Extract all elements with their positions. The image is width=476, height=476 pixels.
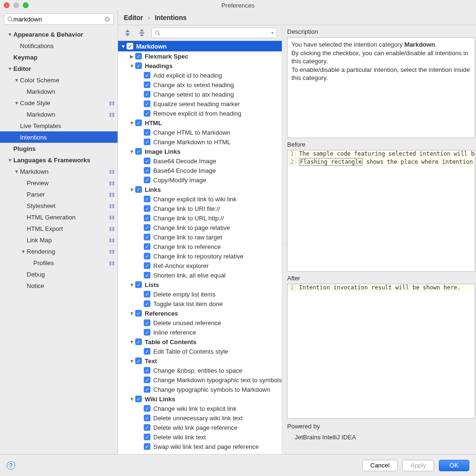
checkbox-checked[interactable]: ✓ xyxy=(144,177,150,183)
intention-item[interactable]: ✓Change link to URI file:// xyxy=(118,204,282,213)
intention-item[interactable]: ✓Change HTML to Markdown xyxy=(118,128,282,137)
sidebar-item-notice[interactable]: Notice xyxy=(0,280,118,291)
intention-group[interactable]: ▼✓Image Links xyxy=(118,147,282,156)
sidebar-item-link-map[interactable]: Link Map▮▮ xyxy=(0,234,118,246)
checkbox-checked[interactable]: ✓ xyxy=(144,291,150,298)
intention-item[interactable]: ✓Change link to page relative xyxy=(118,223,282,232)
checkbox-checked[interactable]: ✓ xyxy=(135,310,142,317)
checkbox-checked[interactable]: ✓ xyxy=(135,186,142,193)
checkbox-checked[interactable]: ✓ xyxy=(144,348,150,355)
checkbox-checked[interactable]: ✓ xyxy=(144,167,150,174)
intention-item[interactable]: ✓Base64 Encode Image xyxy=(118,166,282,175)
sidebar-item-live-templates[interactable]: Live Templates xyxy=(0,120,118,131)
checkbox-checked[interactable]: ✓ xyxy=(135,396,142,402)
sidebar-item-html-export[interactable]: HTML Export▮▮ xyxy=(0,223,118,234)
intention-item[interactable]: ✓Inline reference xyxy=(118,327,282,337)
sidebar-item-code-style[interactable]: ▼Code Style▮▮ xyxy=(0,97,118,109)
sidebar-item-plugins[interactable]: Plugins xyxy=(0,143,118,154)
intention-item[interactable]: ✓Base64 Decode Image xyxy=(118,156,282,166)
sidebar-item-preview[interactable]: Preview▮▮ xyxy=(0,177,118,188)
intention-item[interactable]: ✓Change link to raw target xyxy=(118,232,282,242)
checkbox-checked[interactable]: ✓ xyxy=(144,415,150,421)
sidebar-item-color-scheme[interactable]: ▼Color Scheme xyxy=(0,74,118,86)
cancel-button[interactable]: Cancel xyxy=(362,460,397,471)
sidebar-item-appearance-behavior[interactable]: ▼Appearance & Behavior xyxy=(0,29,118,40)
intention-item[interactable]: ✓Copy/Modify image xyxy=(118,175,282,185)
intention-item[interactable]: ✓Toggle task list item done xyxy=(118,299,282,308)
sidebar-item-parser[interactable]: Parser▮▮ xyxy=(0,188,118,200)
checkbox-checked[interactable]: ✓ xyxy=(144,215,150,221)
intention-item[interactable]: ✓Change Markdown typographic text to sym… xyxy=(118,375,282,385)
intention-item[interactable]: ✓Change setext to atx heading xyxy=(118,89,282,99)
checkbox-checked[interactable]: ✓ xyxy=(135,119,142,126)
checkbox-checked[interactable]: ✓ xyxy=(135,148,142,155)
checkbox-checked[interactable]: ✓ xyxy=(144,234,150,240)
checkbox-checked[interactable]: ✓ xyxy=(144,377,150,383)
collapse-all-icon[interactable] xyxy=(137,28,147,38)
sidebar-item-rendering[interactable]: ▼Rendering▮▮ xyxy=(0,246,118,257)
checkbox-checked[interactable]: ✓ xyxy=(144,81,150,88)
sidebar-item-stylesheet[interactable]: Stylesheet▮▮ xyxy=(0,200,118,211)
sidebar-item-notifications[interactable]: Notifications xyxy=(0,40,118,51)
checkbox-checked[interactable]: ✓ xyxy=(144,72,150,79)
checkbox-checked[interactable]: ✓ xyxy=(144,272,150,278)
intention-item[interactable]: ✓Change link to repository relative xyxy=(118,251,282,261)
intentions-search[interactable]: ▾ xyxy=(151,28,277,38)
intention-item[interactable]: ✓Change Markdown to HTML xyxy=(118,137,282,147)
checkbox-checked[interactable]: ✓ xyxy=(144,139,150,145)
checkbox-checked[interactable]: ✓ xyxy=(144,300,150,307)
intention-item[interactable]: ✓Edit Table of Contents style xyxy=(118,347,282,356)
checkbox-checked[interactable]: ✓ xyxy=(135,281,142,288)
checkbox-checked[interactable]: ✓ xyxy=(135,338,142,345)
intention-item[interactable]: ✓Change typographic symbols to Markdown xyxy=(118,385,282,394)
intention-item[interactable]: ✓Equalize setext heading marker xyxy=(118,99,282,109)
intention-group[interactable]: ▶✓Flexmark Spec xyxy=(118,51,282,61)
intention-item[interactable]: ✓Change atx to setext heading xyxy=(118,80,282,89)
checkbox-checked[interactable]: ✓ xyxy=(144,319,150,326)
checkbox-checked[interactable]: ✓ xyxy=(144,100,150,107)
sidebar-item-keymap[interactable]: Keymap xyxy=(0,51,118,63)
intention-item[interactable]: ✓Delete wiki link text xyxy=(118,432,282,442)
intention-item[interactable]: ✓Add explicit id to heading xyxy=(118,70,282,80)
checkbox-checked[interactable]: ✓ xyxy=(144,91,150,98)
sidebar-item-languages-frameworks[interactable]: ▼Languages & Frameworks xyxy=(0,154,118,166)
checkbox-checked[interactable]: ✓ xyxy=(144,443,150,450)
intention-group[interactable]: ▼✓HTML xyxy=(118,118,282,128)
intention-item[interactable]: ✓Change link to URL http:// xyxy=(118,213,282,223)
sidebar-item-intentions[interactable]: Intentions xyxy=(0,131,118,143)
expand-all-icon[interactable] xyxy=(123,28,132,38)
intention-group[interactable]: ▼✓Wiki Links xyxy=(118,394,282,404)
apply-button[interactable]: Apply xyxy=(402,460,434,471)
checkbox-checked[interactable]: ✓ xyxy=(135,53,142,60)
intention-item[interactable]: ✓Change wiki link to explicit link xyxy=(118,404,282,413)
sidebar-item-profiles[interactable]: Profiles▮▮ xyxy=(0,257,118,268)
checkbox-checked[interactable]: ✓ xyxy=(144,110,150,117)
intention-item[interactable]: ✓Delete empty list items xyxy=(118,289,282,299)
checkbox-checked[interactable]: ✓ xyxy=(144,243,150,250)
intention-item[interactable]: ✓Remove explicit id from heading xyxy=(118,109,282,118)
checkbox-checked[interactable]: ✓ xyxy=(144,262,150,269)
intention-group[interactable]: ▼✓Lists xyxy=(118,280,282,289)
checkbox-checked[interactable]: ✓ xyxy=(135,357,142,364)
sidebar-item-markdown[interactable]: Markdown xyxy=(0,86,118,97)
intention-group[interactable]: ▼✓Table of Contents xyxy=(118,337,282,347)
intention-item[interactable]: ✓Change &nbsp; entities to space xyxy=(118,366,282,375)
sidebar-search[interactable] xyxy=(4,13,114,25)
checkbox-checked[interactable]: ✓ xyxy=(144,434,150,440)
intention-item[interactable]: ✓Swap wiki link text and page reference xyxy=(118,442,282,451)
intention-item[interactable]: ✓Shorten link, all else equal xyxy=(118,270,282,280)
sidebar-item-markdown[interactable]: ▼Markdown▮▮ xyxy=(0,166,118,177)
sidebar-item-markdown[interactable]: Markdown▮▮ xyxy=(0,109,118,120)
help-button[interactable]: ? xyxy=(7,461,15,470)
intentions-search-input[interactable] xyxy=(160,30,271,36)
intention-item[interactable]: ✓Change link to reference xyxy=(118,242,282,251)
checkbox-checked[interactable]: ✓ xyxy=(144,129,150,136)
checkbox-checked[interactable]: ✓ xyxy=(144,196,150,202)
checkbox-checked[interactable]: ✓ xyxy=(144,224,150,231)
checkbox-checked[interactable]: ✓ xyxy=(144,386,150,393)
sidebar-item-html-generation[interactable]: HTML Generation▮▮ xyxy=(0,211,118,223)
intention-item[interactable]: ✓Ref-Anchor explorer xyxy=(118,261,282,270)
intention-group[interactable]: ▼✓Text xyxy=(118,356,282,366)
sidebar-item-editor[interactable]: ▼Editor xyxy=(0,63,118,74)
checkbox-checked[interactable]: ✓ xyxy=(135,62,142,69)
